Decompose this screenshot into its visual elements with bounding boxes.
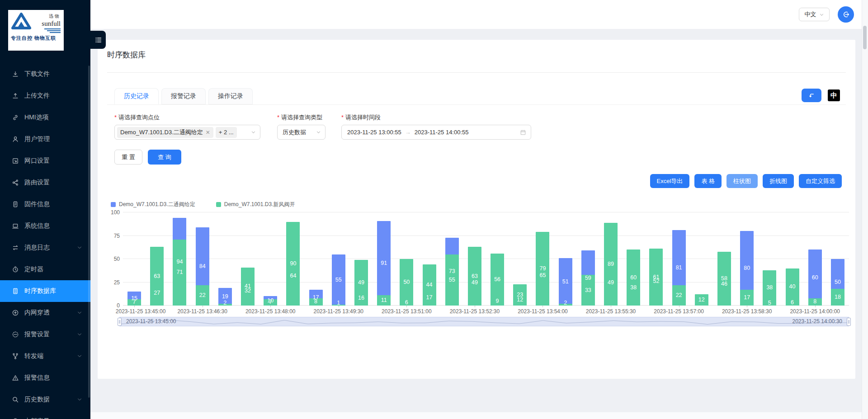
x-axis-label: 2023-11-25 14:00:00	[781, 308, 849, 315]
network-port-icon	[12, 157, 19, 165]
tab-报警记录[interactable]: 报警记录	[161, 88, 206, 104]
point-multiselect[interactable]: Demo_W7.1001.D3.二通阀给定 ✕ + 2 ...	[114, 125, 260, 140]
content-card: 时序数据库 历史记录报警记录操作记录 中 *请选择查询点位 *请选择查询类型 *…	[98, 40, 855, 379]
sidebar-item-alarm-settings[interactable]: 报警设置	[0, 324, 90, 345]
bar-value-green: 22	[193, 292, 212, 299]
sidebar-item-alarm-info[interactable]: 报警信息	[0, 367, 90, 389]
translate-button[interactable]: 中	[828, 89, 840, 101]
bar-value-blue: 27	[147, 290, 167, 297]
forwarder-icon	[12, 353, 19, 360]
more-points-tag: + 2 ...	[216, 127, 237, 138]
sidebar-item-variable[interactable]: 内部变量	[0, 410, 90, 419]
download-icon	[12, 71, 19, 78]
x-axis-label: 2023-11-25 13:51:00	[373, 308, 440, 315]
x-axis-label: 2023-11-25 13:48:00	[236, 308, 304, 315]
bar-value-green: 79	[533, 265, 552, 272]
chart-action-buttons: Excel导出表 格柱状图折线图自定义筛选	[650, 174, 842, 188]
datazoom-left-handle[interactable]	[118, 318, 122, 326]
x-axis-tick	[815, 306, 816, 307]
query-type-select[interactable]: 历史数据	[277, 125, 326, 140]
logo-cn-name: 迅饶	[49, 13, 61, 19]
nat-icon	[12, 309, 19, 316]
footer-strip	[90, 412, 862, 419]
sidebar-item-label: 定时器	[24, 265, 43, 273]
upload-icon	[12, 92, 19, 99]
bar-value-green: 2	[556, 300, 576, 306]
sidebar-item-history-search[interactable]: 历史数据	[0, 389, 90, 410]
sidebar-item-network-port[interactable]: 网口设置	[0, 150, 90, 172]
sidebar-item-download[interactable]: 下载文件	[0, 63, 90, 85]
bar-value-blue: 50	[828, 279, 848, 286]
x-axis-tick	[679, 306, 679, 307]
action-button-表 格[interactable]: 表 格	[694, 174, 722, 188]
legend-item[interactable]: Demo_W7.1001.D3.二通阀给定	[111, 201, 195, 208]
sidebar-item-hmi-link[interactable]: HMI选项	[0, 107, 90, 128]
user-icon	[12, 136, 19, 143]
page-scrollbar-thumb[interactable]	[863, 26, 867, 49]
sidebar-item-label: 消息日志	[24, 244, 50, 252]
legend-label: Demo_W7.1001.D3.二通阀给定	[119, 201, 195, 208]
sidebar-item-firmware[interactable]: 固件信息	[0, 193, 90, 215]
time-range-picker[interactable]: 2023-11-25 13:00:55 → 2023-11-25 14:00:5…	[341, 125, 531, 140]
page-scrollbar	[862, 0, 868, 419]
sidebar-item-nat[interactable]: 内网穿透	[0, 302, 90, 324]
sidebar-scrollbar[interactable]	[88, 66, 90, 398]
legend-item[interactable]: Demo_W7.1001.D3.新风阀开	[216, 201, 295, 208]
x-axis-tick	[339, 306, 339, 307]
action-button-Excel导出[interactable]: Excel导出	[650, 174, 690, 188]
bar-value-green: 23	[510, 292, 530, 298]
alarm-settings-icon	[12, 331, 19, 338]
bar-value-green: 56	[487, 276, 507, 283]
sidebar-item-user[interactable]: 用户管理	[0, 128, 90, 150]
firmware-icon	[12, 201, 19, 208]
bar-value-green: 58	[714, 275, 734, 282]
return-arrow-icon	[808, 92, 815, 99]
tab-操作记录[interactable]: 操作记录	[208, 88, 253, 104]
datazoom-slider[interactable]: 2023-11-25 13:45:002023-11-25 14:00:30	[119, 317, 849, 326]
sidebar-item-timer[interactable]: 定时器	[0, 259, 90, 280]
sidebar-item-route[interactable]: 路由设置	[0, 172, 90, 193]
sidebar-item-label: 转发端	[24, 352, 43, 360]
language-select[interactable]: 中文	[799, 8, 830, 21]
bar-value-green: 63	[147, 273, 167, 280]
action-button-折线图[interactable]: 折线图	[763, 174, 794, 188]
x-axis-label: 2023-11-25 13:46:30	[169, 308, 236, 315]
tabbar-underline	[107, 104, 846, 105]
reset-button[interactable]: 重 置	[114, 150, 142, 165]
tsdb-icon	[12, 287, 19, 295]
tab-历史记录[interactable]: 历史记录	[114, 88, 159, 104]
range-end-value[interactable]: 2023-11-25 14:00:55	[415, 129, 469, 136]
sidebar-item-system-info[interactable]: 系统信息	[0, 215, 90, 237]
sidebar-item-forwarder[interactable]: 转发端	[0, 345, 90, 367]
bar-value-blue: 65	[533, 272, 552, 279]
x-axis-tick	[475, 306, 475, 307]
gridline	[123, 212, 849, 212]
bar-value-green: 41	[238, 283, 258, 290]
x-axis-label: 2023-11-25 13:54:00	[509, 308, 576, 315]
sidebar-item-tsdb[interactable]: 时序数据库	[0, 280, 90, 302]
title-divider	[107, 72, 846, 73]
sidebar-menu: 下载文件上传文件HMI选项用户管理网口设置路由设置固件信息系统信息消息日志定时器…	[0, 63, 90, 419]
action-button-自定义筛选[interactable]: 自定义筛选	[799, 174, 842, 188]
bar-value-blue: 17	[420, 294, 439, 301]
legend-label: Demo_W7.1001.D3.新风阀开	[224, 201, 295, 208]
chevron-down-icon	[251, 130, 256, 135]
logo-tagline: 专注自控 物物互联	[11, 35, 61, 42]
x-axis-tick	[611, 306, 611, 307]
bar-value-blue: 55	[329, 277, 349, 283]
page-title: 时序数据库	[107, 50, 146, 60]
query-button[interactable]: 查 询	[148, 150, 181, 165]
x-axis-label: 2023-11-25 13:55:30	[577, 308, 645, 315]
sidebar-item-upload[interactable]: 上传文件	[0, 85, 90, 107]
action-button-柱状图[interactable]: 柱状图	[726, 174, 758, 188]
return-button[interactable]	[802, 89, 821, 102]
range-start-value[interactable]: 2023-11-25 13:00:55	[347, 129, 401, 136]
sidebar-item-message-log[interactable]: 消息日志	[0, 237, 90, 259]
datazoom-right-handle[interactable]	[847, 318, 851, 326]
bar-value-blue: 49	[601, 279, 621, 286]
sidebar-item-label: HMI选项	[24, 113, 49, 122]
chevron-down-icon	[77, 245, 82, 250]
tag-remove-icon[interactable]: ✕	[206, 130, 210, 135]
sidebar-collapse-button[interactable]	[90, 31, 106, 49]
logout-button[interactable]	[838, 6, 854, 23]
